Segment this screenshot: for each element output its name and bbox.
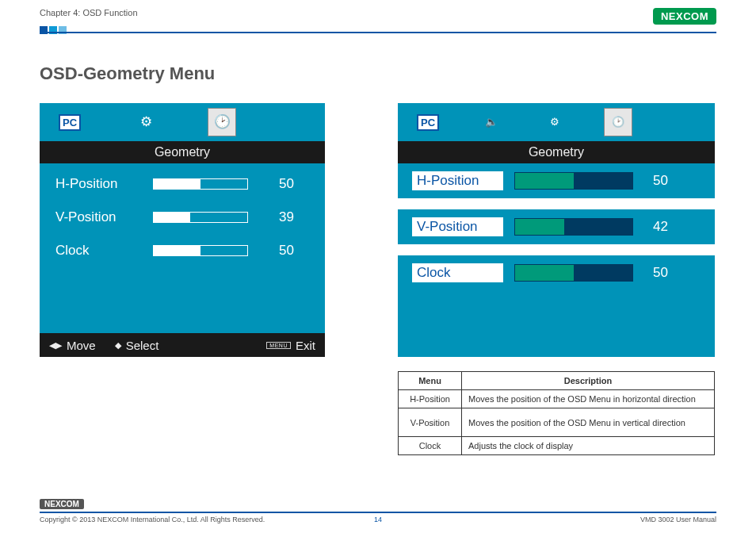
th-desc: Description (462, 372, 715, 390)
footer-brand-logo: NEXCOM (40, 499, 84, 509)
table-row: Clock Adjusts the clock of display (399, 437, 715, 455)
row-label: H-Position (55, 176, 139, 192)
row-label: H-Position (412, 171, 503, 190)
slider-hpos[interactable] (514, 172, 633, 190)
row-label: Clock (55, 243, 139, 259)
tab-pc[interactable]: PC (55, 108, 84, 136)
row-value: 50 (262, 176, 294, 192)
tab-clock[interactable]: 🕑 (208, 108, 236, 136)
gap (398, 244, 715, 255)
hint-select: Select (115, 339, 159, 352)
osd-subtitle-left: Geometry (40, 141, 325, 163)
tab-clock[interactable]: 🕑 (604, 108, 632, 136)
osd-row-vpos[interactable]: V-Position 39 (55, 209, 309, 225)
menu-tag: MENU (266, 342, 291, 349)
slider-hpos[interactable] (153, 178, 248, 190)
th-menu: Menu (399, 372, 462, 390)
slider-vpos[interactable] (514, 218, 633, 236)
osd-row-clock[interactable]: Clock 50 (412, 255, 701, 290)
osd-row-clock[interactable]: Clock 50 (55, 243, 309, 259)
osd-row-hpos[interactable]: H-Position 50 (412, 163, 701, 198)
page-title: OSD-Geometry Menu (40, 63, 215, 84)
pc-icon: PC (59, 114, 81, 131)
clock-icon: 🕑 (214, 110, 231, 134)
brand-logo: NEXCOM (653, 8, 716, 25)
header-rule (40, 32, 716, 33)
osd-tabs-left: PC ⚙ 🕑 (40, 103, 325, 141)
slider-clock[interactable] (514, 264, 633, 282)
manual-name: VMD 3002 User Manual (640, 516, 716, 523)
row-value: 42 (644, 219, 668, 235)
gear-icon: ⚙ (550, 110, 559, 134)
tab-gear[interactable]: ⚙ (132, 108, 160, 136)
row-label: V-Position (55, 209, 139, 225)
hint-move: Move (49, 339, 96, 352)
gear-icon: ⚙ (140, 110, 152, 134)
tab-speaker[interactable]: 🔈 (477, 108, 506, 136)
osd-footer-left: Move Select MENU Exit (40, 333, 325, 357)
osd-row-vpos[interactable]: V-Position 42 (412, 209, 701, 244)
osd-panel-right: PC 🔈 ⚙ 🕑 Geometry H-Position 50 V-Positi… (398, 103, 715, 357)
row-value: 50 (644, 173, 668, 189)
row-label: Clock (412, 263, 503, 282)
osd-panel-left: PC ⚙ 🕑 Geometry H-Position 50 V-Position… (40, 103, 325, 357)
page-footer: Copyright © 2013 NEXCOM International Co… (40, 512, 716, 523)
table-row: H-Position Moves the position of the OSD… (399, 390, 715, 408)
row-label: V-Position (412, 217, 503, 236)
speaker-icon: 🔈 (485, 110, 498, 134)
tab-gear[interactable]: ⚙ (540, 108, 569, 136)
row-value: 39 (262, 209, 294, 225)
page-number: 14 (374, 516, 382, 523)
pc-icon: PC (417, 114, 439, 131)
slider-clock[interactable] (153, 245, 248, 256)
gap (398, 198, 715, 209)
tab-pc[interactable]: PC (414, 108, 442, 136)
copyright-text: Copyright © 2013 NEXCOM International Co… (40, 516, 265, 523)
slider-vpos[interactable] (153, 212, 248, 223)
hint-exit: MENU Exit (266, 339, 315, 352)
osd-subtitle-right: Geometry (398, 141, 715, 163)
osd-row-hpos[interactable]: H-Position 50 (55, 176, 309, 192)
description-table: Menu Description H-Position Moves the po… (398, 371, 715, 455)
row-value: 50 (644, 265, 668, 281)
clock-icon: 🕑 (612, 110, 624, 134)
table-row: V-Position Moves the position of the OSD… (399, 408, 715, 437)
chapter-title: Chapter 4: OSD Function (40, 8, 138, 17)
row-value: 50 (262, 243, 294, 259)
osd-tabs-right: PC 🔈 ⚙ 🕑 (398, 103, 715, 141)
